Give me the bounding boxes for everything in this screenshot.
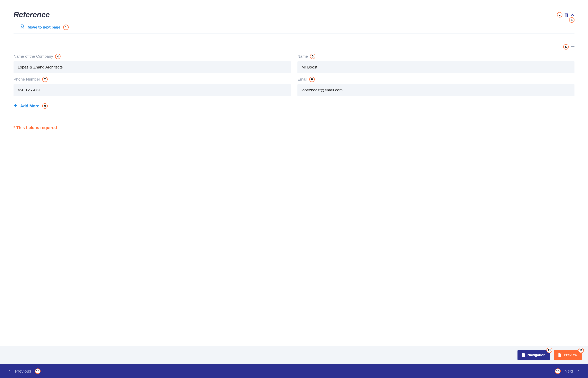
delete-icon[interactable] bbox=[564, 12, 569, 17]
badge-11: 11 bbox=[546, 348, 552, 353]
badge-5: 5 bbox=[310, 54, 315, 59]
badge-8: 8 bbox=[309, 77, 315, 82]
phone-input[interactable] bbox=[13, 84, 291, 96]
minimize-icon[interactable] bbox=[571, 44, 575, 50]
badge-9: 9 bbox=[42, 103, 48, 109]
navigation-button-label: Navigation bbox=[527, 353, 546, 357]
email-label: Email 8 bbox=[297, 77, 575, 82]
chevron-left-icon bbox=[8, 369, 11, 374]
badge-7: 7 bbox=[42, 77, 48, 82]
badge-6: 6 bbox=[563, 44, 569, 50]
move-next-page-row[interactable]: Move to next page 1 bbox=[13, 21, 575, 34]
page-break-icon bbox=[20, 24, 25, 30]
document-icon bbox=[559, 353, 562, 357]
badge-4: 4 bbox=[55, 54, 61, 59]
badge-3: 3 bbox=[569, 17, 575, 23]
move-next-page-label: Move to next page bbox=[28, 25, 60, 29]
add-more-button[interactable]: Add More 9 bbox=[13, 103, 575, 109]
next-button[interactable]: 13 Next bbox=[294, 364, 588, 378]
preview-button[interactable]: Preview bbox=[554, 350, 582, 360]
badge-2: 2 bbox=[557, 12, 562, 17]
name-label: Name 5 bbox=[297, 54, 575, 59]
email-input[interactable] bbox=[297, 84, 575, 96]
badge-13: 13 bbox=[555, 368, 561, 374]
navigation-button[interactable]: Navigation bbox=[517, 350, 550, 360]
section-title: Reference bbox=[13, 10, 50, 19]
name-input[interactable] bbox=[297, 61, 575, 73]
document-icon bbox=[522, 353, 525, 357]
next-label: Next bbox=[564, 369, 573, 374]
required-message: * This field is required bbox=[13, 125, 575, 130]
badge-1: 1 bbox=[63, 25, 69, 30]
plus-icon bbox=[13, 104, 17, 108]
preview-button-label: Preview bbox=[564, 353, 577, 357]
previous-label: Previous bbox=[15, 369, 31, 374]
collapse-up-icon[interactable] bbox=[570, 13, 575, 17]
previous-button[interactable]: Previous 10 bbox=[0, 364, 294, 378]
phone-label: Phone Number 7 bbox=[13, 77, 291, 82]
add-more-label: Add More bbox=[20, 104, 39, 108]
badge-12: 12 bbox=[578, 348, 584, 353]
chevron-right-icon bbox=[577, 369, 580, 374]
company-input[interactable] bbox=[13, 61, 291, 73]
company-label: Name of the Company 4 bbox=[13, 54, 291, 59]
badge-10: 10 bbox=[35, 368, 41, 374]
